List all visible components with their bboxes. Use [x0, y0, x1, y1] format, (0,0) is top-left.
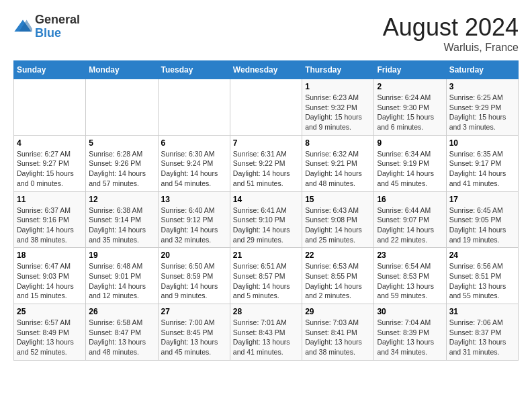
calendar-week-row: 4Sunrise: 6:27 AMSunset: 9:27 PMDaylight…	[14, 135, 519, 191]
calendar-cell: 6Sunrise: 6:30 AMSunset: 9:24 PMDaylight…	[158, 135, 230, 191]
calendar-cell: 12Sunrise: 6:38 AMSunset: 9:14 PMDayligh…	[86, 191, 158, 248]
calendar-week-row: 18Sunrise: 6:47 AMSunset: 9:03 PMDayligh…	[14, 248, 519, 304]
day-of-week-monday: Monday	[86, 61, 158, 79]
day-info: Sunrise: 6:31 AMSunset: 9:22 PMDaylight:…	[233, 149, 299, 189]
day-number: 3	[449, 82, 515, 91]
month-year-title: August 2024	[383, 13, 519, 42]
day-number: 4	[17, 138, 83, 148]
calendar-cell: 4Sunrise: 6:27 AMSunset: 9:27 PMDaylight…	[14, 135, 86, 191]
day-number: 8	[305, 138, 371, 148]
day-info: Sunrise: 6:30 AMSunset: 9:24 PMDaylight:…	[161, 149, 227, 189]
day-number: 31	[449, 307, 515, 316]
calendar-cell: 18Sunrise: 6:47 AMSunset: 9:03 PMDayligh…	[14, 248, 86, 304]
day-number: 22	[305, 250, 371, 260]
day-number: 2	[377, 82, 443, 91]
day-info: Sunrise: 6:53 AMSunset: 8:55 PMDaylight:…	[305, 261, 371, 301]
calendar-cell: 20Sunrise: 6:50 AMSunset: 8:59 PMDayligh…	[158, 248, 230, 304]
logo: General Blue	[13, 13, 80, 40]
day-info: Sunrise: 6:23 AMSunset: 9:32 PMDaylight:…	[305, 93, 371, 132]
title-block: August 2024 Warluis, France	[383, 13, 519, 54]
calendar-cell: 31Sunrise: 7:06 AMSunset: 8:37 PMDayligh…	[446, 304, 518, 361]
day-info: Sunrise: 6:35 AMSunset: 9:17 PMDaylight:…	[449, 149, 515, 189]
day-info: Sunrise: 6:48 AMSunset: 9:01 PMDaylight:…	[89, 261, 154, 301]
day-number: 27	[161, 307, 227, 316]
day-info: Sunrise: 6:58 AMSunset: 8:47 PMDaylight:…	[89, 318, 154, 357]
calendar-cell: 30Sunrise: 7:04 AMSunset: 8:39 PMDayligh…	[374, 304, 446, 361]
day-info: Sunrise: 6:45 AMSunset: 9:05 PMDaylight:…	[449, 205, 515, 245]
calendar-cell: 17Sunrise: 6:45 AMSunset: 9:05 PMDayligh…	[446, 191, 518, 248]
page-header: General Blue August 2024 Warluis, France	[13, 13, 519, 54]
day-number: 10	[449, 138, 515, 148]
calendar-table: SundayMondayTuesdayWednesdayThursdayFrid…	[13, 60, 519, 361]
calendar-cell: 19Sunrise: 6:48 AMSunset: 9:01 PMDayligh…	[86, 248, 158, 304]
day-info: Sunrise: 6:40 AMSunset: 9:12 PMDaylight:…	[161, 205, 227, 245]
day-number: 9	[377, 138, 443, 148]
calendar-cell: 22Sunrise: 6:53 AMSunset: 8:55 PMDayligh…	[302, 248, 374, 304]
calendar-cell: 9Sunrise: 6:34 AMSunset: 9:19 PMDaylight…	[374, 135, 446, 191]
day-number: 21	[233, 250, 299, 260]
day-number: 24	[449, 250, 515, 260]
day-number: 23	[377, 250, 443, 260]
day-number: 11	[17, 195, 83, 204]
day-info: Sunrise: 6:28 AMSunset: 9:26 PMDaylight:…	[89, 149, 154, 189]
day-number: 12	[89, 195, 154, 204]
day-number: 5	[89, 138, 154, 148]
day-number: 25	[17, 307, 83, 316]
calendar-cell: 16Sunrise: 6:44 AMSunset: 9:07 PMDayligh…	[374, 191, 446, 248]
day-number: 6	[161, 138, 227, 148]
calendar-cell: 25Sunrise: 6:57 AMSunset: 8:49 PMDayligh…	[14, 304, 86, 361]
day-info: Sunrise: 6:51 AMSunset: 8:57 PMDaylight:…	[233, 261, 299, 301]
day-info: Sunrise: 7:01 AMSunset: 8:43 PMDaylight:…	[233, 318, 299, 357]
day-number: 7	[233, 138, 299, 148]
calendar-week-row: 25Sunrise: 6:57 AMSunset: 8:49 PMDayligh…	[14, 304, 519, 361]
logo-blue-text: Blue	[35, 26, 61, 40]
day-info: Sunrise: 6:24 AMSunset: 9:30 PMDaylight:…	[377, 93, 443, 132]
day-number: 18	[17, 250, 83, 260]
day-info: Sunrise: 6:34 AMSunset: 9:19 PMDaylight:…	[377, 149, 443, 189]
day-info: Sunrise: 6:43 AMSunset: 9:08 PMDaylight:…	[305, 205, 371, 245]
calendar-cell: 5Sunrise: 6:28 AMSunset: 9:26 PMDaylight…	[86, 135, 158, 191]
day-of-week-friday: Friday	[374, 61, 446, 79]
day-number: 29	[305, 307, 371, 316]
day-info: Sunrise: 6:57 AMSunset: 8:49 PMDaylight:…	[17, 318, 83, 357]
calendar-cell: 27Sunrise: 7:00 AMSunset: 8:45 PMDayligh…	[158, 304, 230, 361]
logo-general-text: General	[35, 13, 80, 26]
calendar-cell: 14Sunrise: 6:41 AMSunset: 9:10 PMDayligh…	[230, 191, 302, 248]
calendar-cell	[158, 79, 230, 136]
day-info: Sunrise: 6:32 AMSunset: 9:21 PMDaylight:…	[305, 149, 371, 189]
day-info: Sunrise: 6:56 AMSunset: 8:51 PMDaylight:…	[449, 261, 515, 301]
day-info: Sunrise: 7:06 AMSunset: 8:37 PMDaylight:…	[449, 318, 515, 357]
calendar-cell	[86, 79, 158, 136]
day-number: 17	[449, 195, 515, 204]
logo-icon	[13, 17, 32, 36]
calendar-cell: 28Sunrise: 7:01 AMSunset: 8:43 PMDayligh…	[230, 304, 302, 361]
calendar-cell: 3Sunrise: 6:25 AMSunset: 9:29 PMDaylight…	[446, 79, 518, 136]
day-number: 16	[377, 195, 443, 204]
calendar-cell: 7Sunrise: 6:31 AMSunset: 9:22 PMDaylight…	[230, 135, 302, 191]
calendar-cell: 8Sunrise: 6:32 AMSunset: 9:21 PMDaylight…	[302, 135, 374, 191]
day-number: 26	[89, 307, 154, 316]
calendar-cell: 2Sunrise: 6:24 AMSunset: 9:30 PMDaylight…	[374, 79, 446, 136]
calendar-cell: 11Sunrise: 6:37 AMSunset: 9:16 PMDayligh…	[14, 191, 86, 248]
calendar-cell: 23Sunrise: 6:54 AMSunset: 8:53 PMDayligh…	[374, 248, 446, 304]
day-info: Sunrise: 7:00 AMSunset: 8:45 PMDaylight:…	[161, 318, 227, 357]
calendar-cell	[14, 79, 86, 136]
day-info: Sunrise: 6:47 AMSunset: 9:03 PMDaylight:…	[17, 261, 83, 301]
calendar-cell: 13Sunrise: 6:40 AMSunset: 9:12 PMDayligh…	[158, 191, 230, 248]
day-of-week-sunday: Sunday	[14, 61, 86, 79]
day-info: Sunrise: 7:04 AMSunset: 8:39 PMDaylight:…	[377, 318, 443, 357]
day-info: Sunrise: 7:03 AMSunset: 8:41 PMDaylight:…	[305, 318, 371, 357]
calendar-cell: 26Sunrise: 6:58 AMSunset: 8:47 PMDayligh…	[86, 304, 158, 361]
day-number: 28	[233, 307, 299, 316]
calendar-week-row: 11Sunrise: 6:37 AMSunset: 9:16 PMDayligh…	[14, 191, 519, 248]
calendar-cell: 21Sunrise: 6:51 AMSunset: 8:57 PMDayligh…	[230, 248, 302, 304]
calendar-header-row: SundayMondayTuesdayWednesdayThursdayFrid…	[14, 61, 519, 79]
day-number: 14	[233, 195, 299, 204]
day-of-week-thursday: Thursday	[302, 61, 374, 79]
day-info: Sunrise: 6:41 AMSunset: 9:10 PMDaylight:…	[233, 205, 299, 245]
day-info: Sunrise: 6:37 AMSunset: 9:16 PMDaylight:…	[17, 205, 83, 245]
day-info: Sunrise: 6:25 AMSunset: 9:29 PMDaylight:…	[449, 93, 515, 132]
day-number: 20	[161, 250, 227, 260]
day-number: 1	[305, 82, 371, 91]
day-info: Sunrise: 6:27 AMSunset: 9:27 PMDaylight:…	[17, 149, 83, 189]
